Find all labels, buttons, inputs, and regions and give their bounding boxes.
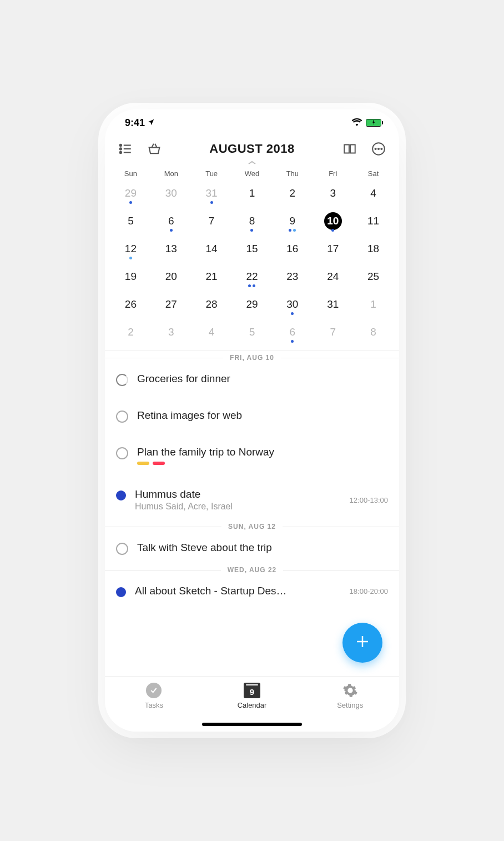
list-icon[interactable] [117, 141, 134, 157]
day-cell[interactable]: 1 [353, 292, 394, 318]
day-number: 31 [203, 184, 220, 202]
day-cell[interactable]: 22 [232, 264, 273, 290]
day-cell[interactable]: 17 [313, 237, 353, 262]
calendar-grid: 2930311234567891011121314151617181920212… [105, 179, 399, 350]
day-cell[interactable]: 6 [272, 320, 313, 346]
day-cell[interactable]: 18 [353, 237, 394, 262]
basket-icon[interactable] [146, 141, 163, 157]
day-cell[interactable]: 28 [191, 292, 232, 318]
tab-settings[interactable]: Settings [301, 677, 399, 732]
day-cell[interactable]: 29 [232, 292, 273, 318]
task-row[interactable]: Plan the family trip to Norway [105, 438, 399, 473]
task-checkbox[interactable] [116, 447, 128, 459]
day-cell[interactable]: 4 [191, 320, 232, 346]
day-cell[interactable]: 19 [110, 264, 151, 290]
phone-frame: 9:41 AUGUST 2018 [105, 109, 399, 732]
day-cell[interactable]: 20 [151, 264, 191, 290]
home-indicator[interactable] [202, 723, 302, 726]
task-body: Retina images for web [137, 409, 388, 422]
day-cell[interactable]: 24 [313, 264, 353, 290]
task-title: Groceries for dinner [137, 373, 388, 385]
day-number: 2 [122, 323, 139, 341]
day-cell[interactable]: 16 [272, 237, 313, 262]
task-row[interactable]: Talk with Steve about the trip [105, 534, 399, 563]
day-cell[interactable]: 7 [313, 320, 353, 346]
day-cell[interactable]: 5 [232, 320, 273, 346]
day-cell[interactable]: 4 [353, 181, 394, 207]
day-cell[interactable]: 26 [110, 292, 151, 318]
task-checkbox[interactable] [116, 411, 128, 423]
task-title: Talk with Steve about the trip [137, 542, 388, 554]
day-dots [129, 257, 132, 260]
month-title[interactable]: AUGUST 2018 [163, 142, 341, 156]
day-cell[interactable]: 31 [191, 181, 232, 207]
weekday-label: Sat [353, 169, 394, 178]
svg-point-2 [120, 148, 122, 149]
day-number: 4 [365, 184, 382, 202]
day-dots [250, 229, 253, 232]
task-row[interactable]: Groceries for dinner [105, 365, 399, 394]
book-icon[interactable] [341, 141, 358, 157]
weekday-label: Mon [151, 169, 191, 178]
task-checkbox[interactable] [116, 543, 128, 555]
day-number: 22 [243, 268, 261, 286]
section-label: FRI, AUG 10 [230, 354, 274, 362]
location-icon [147, 117, 155, 129]
day-number: 16 [284, 240, 301, 258]
task-checkbox[interactable] [116, 374, 128, 386]
task-tags [137, 462, 388, 465]
day-cell[interactable]: 6 [151, 209, 191, 234]
day-number: 7 [324, 323, 342, 341]
day-cell[interactable]: 14 [191, 237, 232, 262]
day-cell[interactable]: 25 [353, 264, 394, 290]
event-row[interactable]: All about Sketch - Startup Des…18:00-20:… [105, 577, 399, 605]
weekday-label: Fri [313, 169, 353, 178]
tab-settings-label: Settings [337, 701, 363, 709]
day-cell[interactable]: 12 [110, 237, 151, 262]
day-cell[interactable]: 1 [232, 181, 273, 207]
day-cell[interactable]: 2 [110, 320, 151, 346]
day-number: 29 [243, 296, 261, 313]
day-cell[interactable]: 13 [151, 237, 191, 262]
day-cell[interactable]: 8 [353, 320, 394, 346]
day-cell[interactable]: 10 [313, 209, 353, 234]
day-cell[interactable]: 21 [191, 264, 232, 290]
day-dots [291, 312, 294, 316]
day-cell[interactable]: 3 [313, 181, 353, 207]
day-number: 5 [122, 212, 139, 230]
day-cell[interactable]: 7 [191, 209, 232, 234]
plus-icon [354, 633, 371, 652]
day-cell[interactable]: 30 [272, 292, 313, 318]
add-button[interactable] [342, 623, 382, 663]
day-cell[interactable]: 11 [353, 209, 394, 234]
day-cell[interactable]: 9 [272, 209, 313, 234]
day-cell[interactable]: 15 [232, 237, 273, 262]
day-cell[interactable]: 2 [272, 181, 313, 207]
day-number: 4 [203, 323, 220, 341]
day-cell[interactable]: 29 [110, 181, 151, 207]
day-cell[interactable]: 27 [151, 292, 191, 318]
wifi-icon [351, 117, 362, 129]
collapse-handle-icon[interactable] [105, 159, 399, 166]
day-cell[interactable]: 31 [313, 292, 353, 318]
day-number: 30 [284, 296, 301, 313]
task-row[interactable]: Retina images for web [105, 402, 399, 430]
tab-calendar-label: Calendar [238, 701, 267, 709]
day-cell[interactable]: 3 [151, 320, 191, 346]
day-number: 23 [284, 268, 301, 286]
day-cell[interactable]: 8 [232, 209, 273, 234]
day-number: 6 [162, 212, 180, 230]
tab-tasks[interactable]: Tasks [105, 677, 203, 732]
day-cell[interactable]: 5 [110, 209, 151, 234]
day-number: 10 [324, 212, 342, 230]
day-cell[interactable]: 30 [151, 181, 191, 207]
day-number: 3 [324, 184, 342, 202]
day-dots [170, 229, 173, 232]
more-icon[interactable] [370, 141, 387, 157]
day-cell[interactable]: 23 [272, 264, 313, 290]
day-number: 8 [365, 323, 382, 341]
event-row[interactable]: Hummus dateHumus Said, Acre, Israel12:00… [105, 480, 399, 519]
check-icon [146, 683, 162, 698]
event-dot-icon [116, 490, 126, 500]
day-dots [248, 284, 255, 288]
